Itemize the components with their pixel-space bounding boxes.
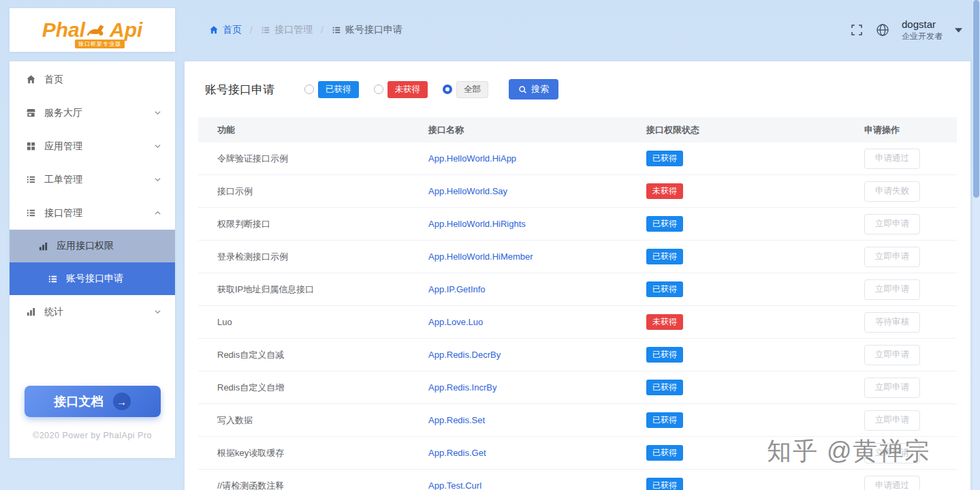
- list-icon: [48, 274, 58, 284]
- column-header-status: 接口权限状态: [646, 124, 864, 136]
- chart-icon: [38, 241, 48, 251]
- list-icon: [26, 174, 36, 185]
- sidebar-item-label: 账号接口申请: [66, 273, 175, 285]
- action-button[interactable]: 立即申请: [864, 345, 920, 365]
- feature-cell: 登录检测接口示例: [198, 251, 428, 263]
- home-icon: [26, 74, 36, 85]
- action-cell: 立即申请: [864, 279, 957, 300]
- api-name-cell: App.Redis.DecrBy: [428, 350, 646, 360]
- filter-option-0[interactable]: 已获得: [304, 81, 359, 98]
- user-role: 企业开发者: [902, 31, 943, 42]
- action-cell: 立即申请: [864, 214, 957, 234]
- radio-checked-icon[interactable]: [443, 85, 452, 94]
- api-name-link[interactable]: App.Redis.Set: [428, 415, 485, 425]
- api-name-link[interactable]: App.HelloWorld.HiRights: [428, 219, 526, 229]
- action-button[interactable]: 立即申请: [864, 378, 920, 398]
- filter-option-1[interactable]: 未获得: [374, 81, 428, 98]
- action-button[interactable]: 申请通过: [864, 476, 920, 490]
- chevron-down-icon: [154, 308, 161, 316]
- sidebar-item-service-hall[interactable]: 服务大厅: [10, 96, 175, 129]
- feature-cell: //请检测函数注释: [198, 480, 428, 490]
- api-name-cell: App.Love.Luo: [428, 317, 646, 327]
- status-badge: 已获得: [646, 347, 683, 363]
- action-button[interactable]: 立即申请: [864, 247, 920, 267]
- breadcrumb-item[interactable]: 首页: [209, 24, 242, 36]
- api-name-link[interactable]: App.Redis.Get: [428, 448, 486, 458]
- breadcrumb-separator: /: [250, 25, 253, 35]
- sidebar-item-api-management[interactable]: 接口管理: [10, 196, 175, 230]
- action-button[interactable]: 立即申请: [864, 410, 920, 431]
- radio-unchecked-icon[interactable]: [374, 85, 383, 94]
- status-cell: 已获得: [646, 380, 864, 395]
- scrollbar-track[interactable]: [973, 0, 980, 490]
- user-menu[interactable]: dogstar 企业开发者: [902, 18, 943, 42]
- table-row: 写入数据App.Redis.Set已获得立即申请: [198, 404, 957, 437]
- sidebar-item-ticket-management[interactable]: 工单管理: [10, 163, 175, 196]
- sidebar-item-account-api-apply[interactable]: 账号接口申请: [10, 262, 175, 295]
- feature-cell: 令牌验证接口示例: [198, 153, 428, 165]
- table-row: Redis自定义自减App.Redis.DecrBy已获得立即申请: [198, 339, 957, 371]
- chevron-down-icon: [154, 176, 161, 183]
- api-name-cell: App.HelloWorld.Say: [428, 186, 646, 196]
- api-name-link[interactable]: App.Test.Curl: [428, 480, 481, 490]
- page-title: 账号接口申请: [205, 82, 274, 97]
- scrollbar-thumb[interactable]: [973, 0, 979, 198]
- breadcrumb: 首页/接口管理/账号接口申请: [209, 0, 402, 60]
- action-button[interactable]: 立即申请: [864, 279, 920, 300]
- breadcrumb-item[interactable]: 接口管理: [261, 24, 313, 36]
- feature-cell: 权限判断接口: [198, 218, 428, 230]
- logo[interactable]: Phal Api 接口框架专业版: [10, 8, 175, 52]
- action-button[interactable]: 申请通过: [864, 149, 920, 169]
- api-name-link[interactable]: App.HelloWorld.Say: [428, 186, 507, 196]
- filter-option-2[interactable]: 全部: [443, 81, 488, 98]
- feature-cell: 接口示例: [198, 185, 428, 198]
- grid-icon: [26, 141, 36, 151]
- sidebar-item-home[interactable]: 首页: [10, 63, 175, 96]
- status-badge: 已获得: [646, 249, 683, 264]
- copyright: ©2020 Power by PhalApi Pro: [10, 431, 175, 440]
- radio-unchecked-icon[interactable]: [304, 85, 314, 94]
- action-cell: 立即申请: [864, 345, 957, 365]
- breadcrumb-separator: /: [321, 25, 323, 35]
- globe-icon[interactable]: [876, 23, 889, 37]
- sidebar-item-statistics[interactable]: 统计: [10, 295, 175, 328]
- api-name-link[interactable]: App.HelloWorld.HiApp: [428, 153, 516, 164]
- action-button[interactable]: 立即申请: [864, 214, 920, 234]
- table-row: 获取IP地址归属信息接口App.IP.GetInfo已获得立即申请: [198, 273, 957, 306]
- table-row: Redis自定义自增App.Redis.IncrBy已获得立即申请: [198, 371, 957, 404]
- action-button[interactable]: 申请失败: [864, 181, 920, 202]
- action-cell: 立即申请: [864, 410, 957, 431]
- status-cell: 未获得: [646, 314, 864, 330]
- filter-badge: 未获得: [388, 81, 428, 98]
- api-name-link[interactable]: App.HelloWorld.HiMember: [428, 251, 533, 262]
- api-name-link[interactable]: App.Love.Luo: [428, 317, 483, 327]
- api-name-link[interactable]: App.IP.GetInfo: [428, 284, 486, 294]
- logo-text: Phal Api: [42, 20, 143, 40]
- api-name-link[interactable]: App.Redis.IncrBy: [428, 382, 496, 393]
- table-row: LuoApp.Love.Luo未获得等待审核: [198, 306, 957, 339]
- search-button[interactable]: 搜索: [509, 79, 558, 99]
- status-cell: 已获得: [646, 281, 864, 297]
- sidebar-item-app-management[interactable]: 应用管理: [10, 129, 175, 163]
- api-name-link[interactable]: App.Redis.DecrBy: [428, 350, 501, 360]
- logo-text-left: Phal: [42, 20, 85, 40]
- search-button-label: 搜索: [531, 83, 549, 95]
- status-badge: 已获得: [646, 445, 683, 461]
- table-row: 登录检测接口示例App.HelloWorld.HiMember已获得立即申请: [198, 241, 957, 273]
- breadcrumb-label: 账号接口申请: [345, 24, 402, 36]
- breadcrumb-item[interactable]: 账号接口申请: [332, 24, 402, 36]
- status-badge: 未获得: [646, 183, 683, 199]
- status-cell: 已获得: [646, 216, 864, 232]
- caret-down-icon[interactable]: [955, 28, 962, 33]
- breadcrumb-label: 首页: [223, 24, 242, 36]
- sidebar-item-label: 服务大厅: [44, 107, 154, 119]
- status-badge: 已获得: [646, 281, 683, 297]
- api-name-cell: App.HelloWorld.HiMember: [428, 251, 646, 262]
- sidebar-item-app-api-rights[interactable]: 应用接口权限: [10, 230, 175, 262]
- list-icon: [26, 208, 36, 218]
- api-doc-button[interactable]: 接口文档 →: [25, 386, 161, 417]
- action-button[interactable]: 等待审核: [864, 312, 920, 333]
- breadcrumb-label: 接口管理: [274, 24, 313, 36]
- fullscreen-icon[interactable]: [850, 23, 864, 37]
- sidebar: 首页服务大厅应用管理工单管理接口管理应用接口权限账号接口申请统计 接口文档 → …: [10, 61, 175, 458]
